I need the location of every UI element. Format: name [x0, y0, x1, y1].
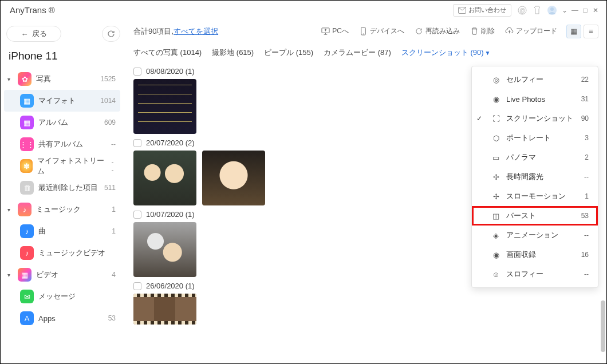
group-checkbox[interactable] — [133, 68, 141, 76]
dropdown-item-スローモーション[interactable]: ✓✢スローモーション1 — [472, 187, 598, 206]
avatar-icon[interactable] — [546, 4, 558, 17]
dropdown-item-スロフィー[interactable]: ✓☺スロフィー-- — [472, 264, 598, 284]
category-icon: ▭ — [491, 153, 500, 162]
tab-撮影地 (615)[interactable]: 撮影地 (615) — [212, 48, 254, 58]
dropdown-item-セルフィー[interactable]: ✓◎セルフィー22 — [472, 70, 598, 89]
svg-text:@: @ — [519, 7, 525, 14]
group-checkbox[interactable] — [133, 211, 141, 219]
chevron-down-icon[interactable]: ⌄ — [559, 6, 570, 14]
close-button[interactable]: ✕ — [590, 6, 601, 14]
group-date: 08/08/2020 (1) — [146, 67, 195, 76]
category-icon: ⬡ — [491, 134, 500, 143]
reload-button[interactable]: 再読み込み — [410, 23, 464, 39]
sidebar-item-マイフォト[interactable]: ▦マイフォト1014 — [4, 90, 120, 112]
category-icon: ◉ — [491, 251, 500, 259]
sidebar-item-曲[interactable]: ♪曲1 — [4, 220, 120, 242]
dropdown-label: スローモーション — [506, 191, 566, 201]
minimize-button[interactable]: — — [570, 6, 580, 14]
dropdown-item-パノラマ[interactable]: ✓▭パノラマ2 — [472, 148, 598, 167]
dropdown-count: -- — [584, 270, 589, 278]
sidebar-icon: ▦ — [18, 268, 31, 282]
tab-すべての写真 (1014)[interactable]: すべての写真 (1014) — [133, 48, 202, 58]
tab-スクリーンショット (90)[interactable]: スクリーンショット (90)▼ — [401, 48, 491, 58]
group-checkbox[interactable] — [133, 139, 141, 147]
group-date: 10/07/2020 (1) — [146, 210, 195, 219]
app-name: AnyTrans ® — [10, 5, 55, 15]
sidebar-icon: ▦ — [20, 116, 34, 129]
category-icon: ◉ — [491, 95, 500, 104]
toolbar: 合計90項目,すべてを選択 PCへ デバイスへ 再読み込み 削除 アップロード … — [125, 20, 606, 43]
caret-icon: ▾ — [7, 272, 13, 278]
sidebar-count: 1 — [112, 227, 116, 235]
dropdown-item-長時間露光[interactable]: ✓✢長時間露光-- — [472, 167, 598, 187]
sidebar-label: 最近削除した項目 — [38, 183, 98, 193]
sidebar-count: -- — [111, 140, 116, 148]
grid-view-button[interactable]: ▦ — [566, 25, 581, 38]
scrollbar-thumb[interactable] — [601, 300, 605, 352]
dropdown-label: パノラマ — [506, 152, 536, 163]
refresh-button[interactable] — [102, 26, 120, 42]
back-button[interactable]: ← 戻る — [6, 26, 61, 42]
maximize-button[interactable]: □ — [580, 6, 590, 14]
photo-thumbnail[interactable] — [202, 151, 265, 205]
sidebar: ← 戻る iPhone 11 ▾✿写真1525▦マイフォト1014▦アルバム60… — [1, 20, 125, 364]
sidebar-item-写真[interactable]: ▾✿写真1525 — [4, 68, 120, 90]
sidebar-label: ビデオ — [36, 270, 58, 280]
main-panel: 合計90項目,すべてを選択 PCへ デバイスへ 再読み込み 削除 アップロード … — [125, 20, 606, 364]
upload-button[interactable]: アップロード — [500, 23, 562, 39]
delete-button[interactable]: 削除 — [466, 23, 499, 39]
tshirt-icon[interactable] — [531, 4, 543, 17]
photo-thumbnail[interactable] — [133, 151, 196, 205]
dropdown-item-画面収録[interactable]: ✓◉画面収録16 — [472, 245, 598, 264]
sidebar-count: 53 — [108, 314, 116, 322]
to-pc-button[interactable]: PCへ — [317, 23, 353, 39]
dropdown-count: 53 — [581, 212, 589, 220]
dropdown-count: -- — [584, 173, 589, 181]
list-view-button[interactable]: ≡ — [584, 25, 598, 38]
group-date: 26/06/2020 (1) — [146, 282, 195, 290]
tab-カメラムービー (87)[interactable]: カメラムービー (87) — [324, 48, 391, 58]
group-date: 20/07/2020 (2) — [146, 139, 195, 147]
dropdown-item-バースト[interactable]: ✓◫バースト53 — [472, 206, 598, 225]
sidebar-label: マイフォト — [38, 96, 76, 106]
dropdown-item-スクリーンショット[interactable]: ✓⛶スクリーンショット90 — [472, 109, 598, 128]
to-device-button[interactable]: デバイスへ — [354, 23, 409, 39]
sidebar-item-Apps[interactable]: AApps53 — [4, 307, 120, 329]
titlebar: AnyTrans ® お問い合わせ @ ⌄ — □ ✕ — [1, 1, 606, 20]
sidebar-item-ビデオ[interactable]: ▾▦ビデオ4 — [4, 264, 120, 286]
dropdown-label: 長時間露光 — [506, 172, 543, 182]
dropdown-count: 2 — [585, 153, 589, 161]
sidebar-item-アルバム[interactable]: ▦アルバム609 — [4, 112, 120, 133]
dropdown-count: 90 — [581, 114, 589, 122]
category-icon: ◈ — [491, 231, 500, 240]
sidebar-item-ミュージック[interactable]: ▾♪ミュージック1 — [4, 199, 120, 220]
summary: 合計90項目,すべてを選択 — [133, 26, 316, 37]
sidebar-count: 609 — [104, 118, 116, 126]
summary-text: 合計90項目, — [133, 27, 174, 35]
sidebar-item-最近削除した項目[interactable]: 🗑最近削除した項目511 — [4, 177, 120, 199]
dropdown-item-ポートレート[interactable]: ✓⬡ポートレート3 — [472, 128, 598, 148]
sidebar-icon: ♪ — [20, 224, 34, 238]
phone-icon — [359, 27, 368, 35]
category-icon: ◫ — [491, 212, 500, 220]
dropdown-item-アニメーション[interactable]: ✓◈アニメーション-- — [472, 225, 598, 245]
sidebar-item-マイフォトストリーム[interactable]: ✽マイフォトストリーム-- — [4, 155, 120, 177]
help-icon[interactable]: @ — [516, 4, 529, 17]
sidebar-item-ミュージックビデオ[interactable]: ♪ミュージックビデオ — [4, 242, 120, 264]
sidebar-label: ミュージックビデオ — [38, 248, 105, 258]
sidebar-label: Apps — [38, 314, 56, 323]
select-all-link[interactable]: すべてを選択 — [174, 27, 218, 35]
sidebar-icon: ♪ — [18, 203, 31, 216]
screenshot-dropdown[interactable]: ✓◎セルフィー22✓◉Live Photos31✓⛶スクリーンショット90✓⬡ポ… — [471, 66, 598, 288]
photo-thumbnail[interactable] — [133, 294, 196, 325]
dropdown-item-Live Photos[interactable]: ✓◉Live Photos31 — [472, 89, 598, 109]
contact-button[interactable]: お問い合わせ — [453, 4, 511, 17]
dropdown-count: 22 — [581, 76, 589, 84]
refresh-icon — [107, 30, 115, 38]
photo-thumbnail[interactable] — [133, 79, 196, 134]
sidebar-item-共有アルバム[interactable]: ⋮⋮共有アルバム-- — [4, 133, 120, 155]
photo-thumbnail[interactable] — [133, 222, 196, 277]
group-checkbox[interactable] — [133, 282, 141, 290]
sidebar-item-メッセージ[interactable]: ✉メッセージ — [4, 286, 120, 307]
tab-ピープル (155)[interactable]: ピープル (155) — [264, 48, 313, 58]
